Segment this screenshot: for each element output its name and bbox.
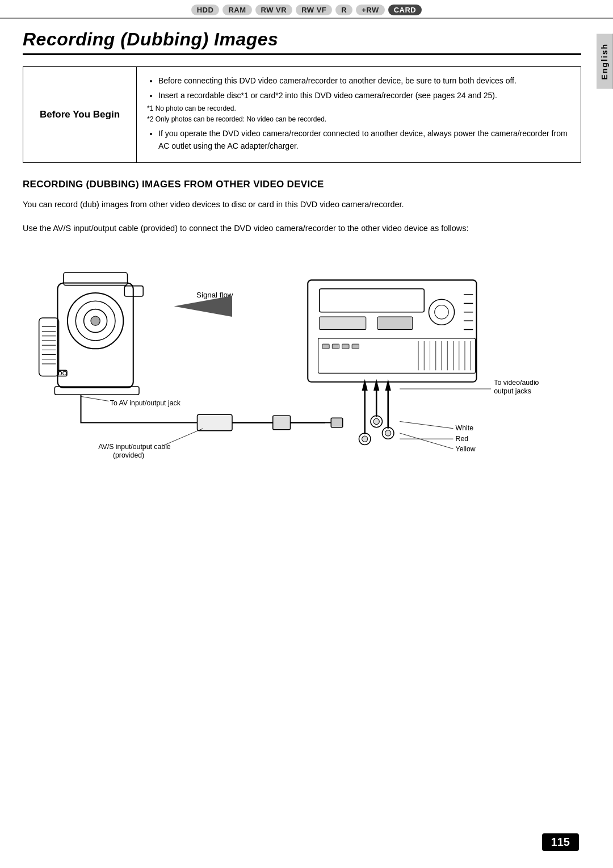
svg-line-71 [162,428,203,446]
svg-rect-36 [352,344,359,349]
bullet-2: Insert a recordable disc*1 or card*2 int… [158,90,570,102]
svg-rect-32 [318,338,476,374]
svg-point-20 [63,371,66,375]
pill-ram: RAM [222,5,251,15]
av-input-label: To AV input/output jack [110,399,181,406]
pill-r: R [335,5,352,15]
side-tab-english: English [597,34,613,89]
top-bar: HDD RAM RW VR RW VF R +RW CARD [0,0,613,19]
video-audio-label: To video/audio [494,379,539,387]
red-label: Red [456,435,469,443]
before-you-begin-box: Before You Begin Before connecting this … [23,66,581,163]
svg-point-25 [429,299,454,325]
pill-plusrw: +RW [356,5,385,15]
svg-rect-0 [58,283,133,388]
pill-card: CARD [388,5,422,15]
svg-rect-33 [322,344,329,349]
svg-rect-64 [198,414,233,431]
svg-point-51 [362,436,368,442]
diagram-container: Signal flow [23,245,581,484]
svg-marker-56 [362,379,368,391]
svg-rect-24 [377,317,413,330]
svg-point-4 [91,316,100,325]
av-cable-label: AV/S input/output cable [98,442,171,450]
before-you-begin-content: Before connecting this DVD video camera/… [137,67,581,162]
diagram-svg: Signal flow [23,245,581,484]
svg-point-55 [385,430,391,436]
svg-rect-35 [342,344,349,349]
page-number: 115 [542,833,579,851]
bullet-extra: If you operate the DVD video camera/reco… [158,128,570,152]
bullet-1: Before connecting this DVD video camera/… [158,75,570,87]
footnote-2: *2 Only photos can be recorded: No video… [147,115,570,124]
yellow-label: Yellow [456,445,476,452]
section-heading: RECORDING (DUBBING) IMAGES FROM OTHER VI… [23,179,581,190]
svg-line-63 [400,433,453,449]
svg-point-53 [373,418,379,424]
svg-rect-66 [273,416,291,430]
svg-text:(provided): (provided) [113,451,144,459]
svg-rect-22 [320,288,425,312]
svg-line-62 [400,421,453,428]
pill-rw-vf: RW VF [296,5,332,15]
svg-rect-23 [320,317,366,330]
body-text-2: Use the AV/S input/output cable (provide… [23,222,581,235]
svg-point-26 [435,305,449,319]
svg-line-69 [81,396,109,401]
svg-rect-21 [308,280,476,381]
white-label: White [456,424,474,432]
svg-marker-58 [385,379,391,391]
vcr-drawing [308,280,476,381]
svg-rect-68 [331,418,343,427]
svg-rect-34 [332,344,339,349]
page-title: Recording (Dubbing) Images [23,29,581,55]
body-text-1: You can record (dub) images from other v… [23,198,581,211]
pill-hdd: HDD [191,5,220,15]
main-content: Recording (Dubbing) Images Before You Be… [0,19,613,506]
camcorder-drawing [39,272,143,395]
footnote-1: *1 No photo can be recorded. [147,104,570,114]
svg-text:output jacks: output jacks [494,387,531,395]
svg-marker-57 [373,379,379,391]
pill-rw-vr: RW VR [255,5,293,15]
before-you-begin-label: Before You Begin [23,67,137,162]
